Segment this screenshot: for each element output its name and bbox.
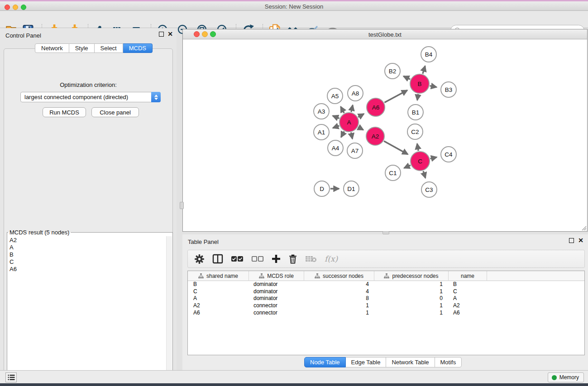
column-type-icon [259,273,264,279]
graph-edge [404,76,411,79]
cell-shared-name: A [188,295,249,302]
cell-shared-name: B [188,281,249,288]
cell-shared-name: A6 [188,310,249,317]
mcds-result-list: A2 A B C A6 [7,236,172,273]
column-header-successor-nodes[interactable]: successor nodes [304,271,374,281]
graph-node-label: D1 [347,186,355,192]
graph-edge [423,66,425,74]
tab-edge-table[interactable]: Edge Table [346,357,387,367]
network-view-window: testGlobe.txt AA6A2BCA1A3A4A5A7A8B1B2B3B… [182,29,588,232]
network-window-title: testGlobe.txt [183,31,587,38]
graph-node-label: C2 [411,129,419,135]
mcds-result-item[interactable]: A [10,244,172,251]
graph-edge [404,165,411,168]
table-row[interactable]: A dominator 8 0 A [188,295,584,302]
cell-mcds-role: dominator [249,295,304,302]
column-header-mcds-role[interactable]: MCDS role [249,271,304,281]
cell-successor-nodes: 1 [304,302,374,310]
table-row[interactable]: A6 connector 1 1 A6 [188,310,584,317]
create-column-button[interactable] [272,254,281,263]
graph-edge [333,126,339,128]
tab-network-table[interactable]: Network Table [386,357,435,367]
table-deselect-all-button[interactable] [251,256,264,262]
delete-column-button[interactable] [288,254,297,264]
graph-node-label: B [417,81,421,87]
column-header-shared-name[interactable]: shared name [188,271,249,281]
float-table-panel-icon[interactable] [569,238,574,243]
app-window: Session: New Session [0,0,588,386]
graph-edge [333,116,339,119]
tab-mcds[interactable]: MCDS [123,43,153,53]
graph-node-label: A5 [331,93,339,100]
graph-edge [351,133,353,139]
table-select-all-button[interactable] [231,256,244,262]
vertical-splitter-handle[interactable] [180,202,184,209]
graph-node-label: B1 [412,109,420,116]
table-settings-button[interactable] [194,254,205,264]
plus-icon [272,254,281,263]
desktop-strip-bottom [0,383,588,386]
network-graph-canvas[interactable]: AA6A2BCA1A3A4A5A7A8B1B2B3B4C1C2C3C4DD1 [183,39,587,231]
criterion-dropdown[interactable]: largest connected component (directed) [20,92,161,102]
graph-edge [384,91,407,103]
horizontal-splitter-handle[interactable] [382,231,389,234]
result-scrollbar[interactable] [166,236,172,380]
network-window-titlebar: testGlobe.txt [183,29,587,39]
graph-node-label: A7 [351,148,359,154]
cell-predecessor-nodes: 1 [374,302,449,310]
table-row[interactable]: B dominator 4 1 B [188,281,584,288]
control-panel-tabs: Network Style Select MCDS [35,43,153,53]
cell-successor-nodes: 4 [304,288,374,295]
cell-predecessor-nodes: 0 [374,295,449,302]
run-mcds-button[interactable]: Run MCDS [43,107,86,117]
graph-node-label: A [347,119,351,126]
dropdown-stepper-icon [151,92,161,102]
memory-button[interactable]: Memory [548,372,584,382]
graph-edge [430,86,437,87]
graph-edge [417,94,418,100]
mcds-tab-content: Optimization criterion: largest connecte… [4,48,173,382]
close-table-panel-icon[interactable]: ✕ [578,238,583,243]
task-history-button[interactable] [5,372,17,382]
tab-motifs[interactable]: Motifs [435,357,462,367]
table-header-row: shared name MCDS role successor nodes pr… [188,271,584,281]
table-toolbar: f(x) [187,250,585,268]
column-type-icon [384,273,389,279]
tab-select[interactable]: Select [95,43,123,53]
table-row[interactable]: A2 connector 1 1 A2 [188,302,584,310]
graph-edge [351,105,353,112]
delete-table-button[interactable] [305,255,317,263]
function-builder-button[interactable]: f(x) [325,254,338,263]
criterion-value: largest connected component (directed) [21,94,151,100]
main-toolbar [0,11,588,28]
table-row[interactable]: C dominator 4 1 C [188,288,584,295]
graph-node-label: A4 [332,145,339,152]
tab-node-table[interactable]: Node Table [304,357,346,367]
graph-node-label: C [418,158,422,165]
cell-name: C [449,288,487,295]
graph-edge [417,144,419,151]
mcds-result-item[interactable]: C [10,258,172,266]
close-panel-button[interactable]: Close panel [91,107,139,117]
delete-table-icon [305,255,317,263]
mcds-result-box: MCDS result (5 nodes) A2 A B C A6 [7,229,173,381]
tab-style[interactable]: Style [69,43,95,53]
resize-grip-icon[interactable] [579,224,587,231]
float-panel-icon[interactable] [159,32,164,37]
column-header-predecessor-nodes[interactable]: predecessor nodes [374,271,449,281]
tab-network[interactable]: Network [35,43,69,53]
mcds-result-item[interactable]: A6 [10,266,172,273]
table-split-view-button[interactable] [212,254,223,264]
trash-icon [288,254,297,264]
cell-name: A6 [449,310,487,317]
mcds-result-item[interactable]: A2 [10,237,172,244]
close-panel-icon[interactable]: ✕ [167,32,173,37]
graph-edge [341,131,344,137]
column-header-name[interactable]: name [449,271,487,281]
mcds-result-item[interactable]: B [10,251,172,258]
graph-node-label: B4 [425,51,433,58]
column-type-icon [198,273,204,279]
graph-edge [423,171,425,178]
graph-node-label: C3 [425,186,433,193]
session-title: Session: New Session [0,3,588,10]
